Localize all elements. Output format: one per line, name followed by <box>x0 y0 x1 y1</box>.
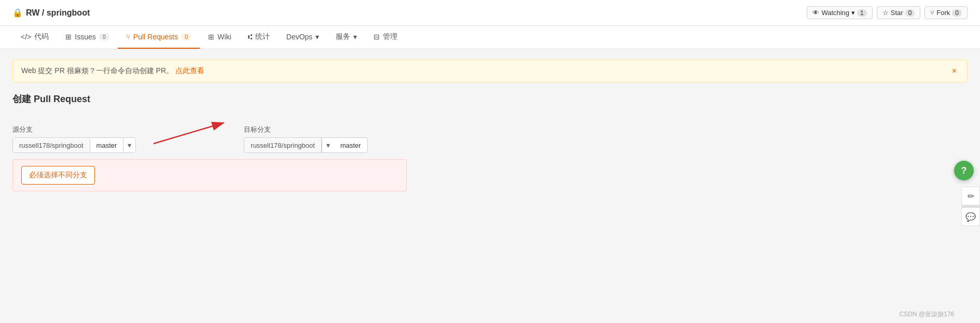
main-content: Web 提交 PR 很麻烦？一行命令自动创建 PR。 点此查看 × 创建 Pul… <box>0 49 980 320</box>
target-repo-dropdown[interactable]: ▾ <box>322 138 334 152</box>
top-header: 🔒 RW / springboot 👁 Watching ▾ 1 ☆ Star … <box>0 0 980 26</box>
source-branch-label: 源分支 <box>12 125 136 134</box>
tab-pull-requests[interactable]: ⑂ Pull Requests 0 <box>118 26 200 49</box>
lock-icon: 🔒 <box>12 8 23 18</box>
code-icon: </> <box>21 33 31 41</box>
source-branch-dropdown[interactable]: ▾ <box>123 138 135 152</box>
star-label: Star <box>891 9 903 17</box>
target-branch-selector: russell178/springboot ▾ master <box>244 137 367 153</box>
help-icon: ? <box>961 165 967 176</box>
eye-icon: 👁 <box>812 9 819 17</box>
error-message: 必须选择不同分支 <box>29 171 87 179</box>
watermark: CSDN @壹柒捌178 <box>899 310 954 319</box>
issues-icon: ⊞ <box>65 33 72 41</box>
comment-icon: 💬 <box>965 212 976 222</box>
banner-text: Web 提交 PR 很麻烦？一行命令自动创建 PR。 点此查看 <box>21 66 204 76</box>
manage-icon: ⊟ <box>374 33 380 41</box>
target-branch-name: master <box>334 138 367 152</box>
pr-icon: ⑂ <box>126 33 130 41</box>
error-area: 必须选择不同分支 <box>12 159 407 191</box>
tab-pr-label: Pull Requests <box>133 33 178 41</box>
source-repo: russell178/springboot <box>13 138 90 152</box>
watching-button[interactable]: 👁 Watching ▾ 1 <box>807 6 872 19</box>
target-repo: russell178/springboot <box>244 138 322 152</box>
banner-link[interactable]: 点此查看 <box>175 66 204 75</box>
star-icon: ☆ <box>882 9 889 17</box>
banner-close-button[interactable]: × <box>950 66 959 76</box>
tab-stats-label: 统计 <box>255 32 270 41</box>
tab-code-label: 代码 <box>34 32 49 41</box>
wiki-icon: ⊞ <box>208 33 214 41</box>
watching-dropdown-icon: ▾ <box>851 9 855 17</box>
banner-main-text: Web 提交 PR 很麻烦？一行命令自动创建 PR。 <box>21 66 173 75</box>
tab-issues[interactable]: ⊞ Issues 0 <box>57 26 118 49</box>
repo-title-text: RW / springboot <box>26 8 90 18</box>
issues-badge: 0 <box>99 33 109 40</box>
tab-wiki[interactable]: ⊞ Wiki <box>200 26 239 49</box>
source-branch-name: master <box>90 138 123 152</box>
tab-manage-label: 管理 <box>383 32 397 41</box>
repo-title: 🔒 RW / springboot <box>12 8 90 18</box>
tab-issues-label: Issues <box>75 33 95 41</box>
svg-line-1 <box>154 123 224 144</box>
target-branch-label: 目标分支 <box>244 125 367 134</box>
tab-devops[interactable]: DevOps ▾ <box>278 26 328 49</box>
help-button[interactable]: ? <box>954 161 974 180</box>
tab-wiki-label: Wiki <box>217 33 231 41</box>
pr-badge: 0 <box>181 33 191 40</box>
star-count: 0 <box>905 9 915 17</box>
tab-stats[interactable]: ⑆ 统计 <box>240 26 278 49</box>
edit-tool-button[interactable]: ✏ <box>961 187 980 205</box>
devops-label: DevOps <box>286 33 313 41</box>
target-branch-group: 目标分支 russell178/springboot ▾ master <box>244 125 367 153</box>
page-title: 创建 Pull Request <box>12 93 968 105</box>
info-banner: Web 提交 PR 很麻烦？一行命令自动创建 PR。 点此查看 × <box>12 60 968 82</box>
devops-dropdown-icon: ▾ <box>315 33 319 41</box>
watching-count: 1 <box>857 9 867 17</box>
source-branch-group: 源分支 russell178/springboot master ▾ <box>12 125 136 153</box>
tab-code[interactable]: </> 代码 <box>12 26 57 49</box>
fork-count: 0 <box>952 9 962 17</box>
header-actions: 👁 Watching ▾ 1 ☆ Star 0 ⑂ Fork 0 <box>807 6 968 19</box>
services-dropdown-icon: ▾ <box>353 33 357 41</box>
tab-manage[interactable]: ⊟ 管理 <box>365 26 406 49</box>
branch-arrow-svg <box>148 118 231 149</box>
source-branch-selector: russell178/springboot master ▾ <box>12 137 136 153</box>
watching-label: Watching <box>821 9 849 17</box>
right-tools: ✏ 💬 <box>961 187 980 226</box>
nav-tabs: </> 代码 ⊞ Issues 0 ⑂ Pull Requests 0 ⊞ Wi… <box>0 26 980 49</box>
edit-icon: ✏ <box>968 191 974 201</box>
star-button[interactable]: ☆ Star 0 <box>877 6 921 19</box>
stats-icon: ⑆ <box>248 33 252 41</box>
comment-tool-button[interactable]: 💬 <box>961 207 980 226</box>
services-label: 服务 <box>336 32 350 41</box>
tab-services[interactable]: 服务 ▾ <box>327 26 365 49</box>
fork-button[interactable]: ⑂ Fork 0 <box>924 6 968 19</box>
fork-icon: ⑂ <box>930 9 934 17</box>
fork-label: Fork <box>936 9 950 17</box>
